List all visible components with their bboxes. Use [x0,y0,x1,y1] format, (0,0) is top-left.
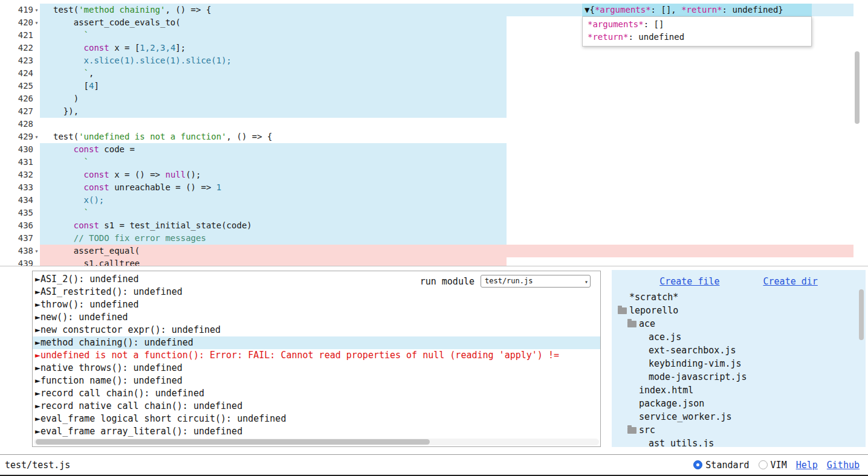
file-tree-item-mode-javascript.js[interactable]: mode-javascript.js [612,370,866,384]
line-number: 434 [18,194,33,207]
file-tree-item-index.html[interactable]: index.html [612,384,866,397]
expand-arrow-icon[interactable]: ► [35,362,40,373]
create-dir-link[interactable]: Create dir [763,276,818,287]
file-tree-item-ace.js[interactable]: ace.js [612,330,866,344]
code-text: }), [40,105,868,118]
expand-arrow-icon[interactable]: ► [35,413,40,424]
editor-line-423[interactable]: 423 x.slice(1).slice(1).slice(1); [0,54,868,67]
test-result-row[interactable]: ►eval_frame array_literal(): undefined [33,425,600,438]
expand-arrow-icon[interactable]: ► [35,350,40,361]
test-result-row[interactable]: ►ASI_restrited(): undefined [33,286,600,298]
line-number: 428 [18,118,33,130]
line-gutter: 438▾ [0,245,40,257]
results-scrollbar-thumb[interactable] [36,439,430,445]
code-token: x = [ [109,43,140,53]
expand-arrow-icon[interactable]: ► [35,274,40,285]
expand-arrow-icon[interactable]: ► [35,337,40,348]
radio-standard[interactable] [693,460,702,469]
test-result-row[interactable]: ►undefined is not a function(): Error: F… [33,349,600,362]
expand-arrow-icon[interactable]: ► [35,388,40,399]
run-module-control: run module test/run.js ▾ [420,275,591,288]
editor-scrollbar-thumb[interactable] [855,51,860,124]
results-horizontal-scrollbar[interactable] [34,439,599,445]
file-tree-item-leporello[interactable]: leporello [612,304,866,317]
file-tree-item-keybinding-vim.js[interactable]: keybinding-vim.js [612,357,866,370]
files-vertical-scrollbar[interactable] [859,289,864,340]
radio-vim[interactable] [759,460,768,469]
test-result-row[interactable]: ►method chaining(): undefined [33,336,600,349]
inspector-header[interactable]: ▼{*arguments*: [], *return*: undefined} [582,4,812,16]
file-tree-item-package.json[interactable]: package.json [612,397,866,410]
editor-line-427[interactable]: 427 }), [0,105,868,118]
editor-line-432[interactable]: 432 const x = () => null(); [0,169,868,181]
file-name: package.json [639,397,704,410]
fold-toggle-icon[interactable]: ▾ [33,130,40,143]
editor-line-428[interactable]: 428 [0,118,868,130]
file-tree-item-ace[interactable]: ace [612,317,866,330]
file-tree-item-src[interactable]: src [612,423,866,437]
test-result-row[interactable]: ►native throws(): undefined [33,362,600,375]
create-file-link[interactable]: Create file [659,276,719,287]
test-result-label: eval_frame logical short circuit(): unde… [40,413,286,424]
editor-line-438[interactable]: 438▾ assert_equal( [0,245,868,257]
file-name: leporello [629,304,678,317]
test-result-row[interactable]: ►new(): undefined [33,311,600,324]
editor-line-435[interactable]: 435 ` [0,207,868,219]
file-tree-item-scratch[interactable]: *scratch* [612,291,866,304]
line-number: 436 [18,219,33,232]
code-token: : [] [644,19,664,29]
code-text: // TODO fix error messages [40,232,868,245]
test-result-row[interactable]: ►record native call chain(): undefined [33,400,600,413]
code-token: ) [53,94,79,103]
expand-arrow-icon[interactable]: ► [35,324,40,335]
line-number: 423 [18,54,33,67]
code-token: s1 = test_initial_state(code) [99,220,252,230]
module-select[interactable]: test/run.js ▾ [481,275,591,288]
test-result-row[interactable]: ►eval_frame logical short circuit(): und… [33,413,600,425]
test-result-row[interactable]: ►function name(): undefined [33,375,600,387]
editor-line-425[interactable]: 425 [4] [0,80,868,92]
line-gutter: 434 [0,194,40,207]
expand-arrow-icon[interactable]: ► [35,375,40,386]
fold-toggle-icon[interactable]: ▾ [33,245,40,257]
code-token: 'undefined is not a function' [79,132,226,141]
github-link[interactable]: Github [827,460,860,471]
editor-line-430[interactable]: 430 const code = [0,143,868,156]
file-name: keybinding-vim.js [649,357,742,370]
file-name: mode-javascript.js [649,370,747,384]
editor-vertical-scrollbar[interactable] [855,0,860,263]
file-tree-item-ast_utils.js[interactable]: ast_utils.js [612,437,866,447]
code-editor[interactable]: 419▾test('method chaining', () => {420▾ … [0,0,868,266]
editor-line-429[interactable]: 429▾test('undefined is not a function', … [0,130,868,143]
editor-line-433[interactable]: 433 const unreachable = () => 1 [0,181,868,194]
editor-line-426[interactable]: 426 ) [0,92,868,105]
code-cell: x(); [40,194,868,207]
editor-line-436[interactable]: 436 const s1 = test_initial_state(code) [0,219,868,232]
editor-line-439[interactable]: 439 s1.calltree [0,257,868,266]
expand-arrow-icon[interactable]: ► [35,426,40,437]
editor-line-437[interactable]: 437 // TODO fix error messages [0,232,868,245]
expand-arrow-icon[interactable]: ► [35,286,40,297]
code-text: const s1 = test_initial_state(code) [40,219,868,232]
code-text: const x = () => null(); [40,169,868,181]
expand-arrow-icon[interactable]: ► [35,312,40,323]
editor-line-424[interactable]: 424 `, [0,67,868,80]
help-link[interactable]: Help [796,460,818,471]
expand-arrow-icon[interactable]: ► [35,400,40,411]
code-token: // TODO fix error messages [53,233,206,243]
file-tree-item-ext-searchbox.js[interactable]: ext-searchbox.js [612,344,866,357]
file-tree-item-service_worker.js[interactable]: service_worker.js [612,410,866,423]
test-result-row[interactable]: ►record call chain(): undefined [33,387,600,400]
fold-toggle-icon[interactable]: ▾ [33,16,40,29]
line-number: 425 [18,80,33,92]
line-number: 420 [18,16,33,29]
test-result-row[interactable]: ►new constructor expr(): undefined [33,324,600,336]
keybinding-option-vim[interactable]: VIM [759,460,787,471]
code-cell: const unreachable = () => 1 [40,181,868,194]
expand-arrow-icon[interactable]: ► [35,299,40,310]
editor-line-431[interactable]: 431 ` [0,156,868,169]
fold-toggle-icon[interactable]: ▾ [33,4,40,16]
keybinding-option-standard[interactable]: Standard [693,460,749,471]
test-result-row[interactable]: ►throw(): undefined [33,298,600,311]
editor-line-434[interactable]: 434 x(); [0,194,868,207]
